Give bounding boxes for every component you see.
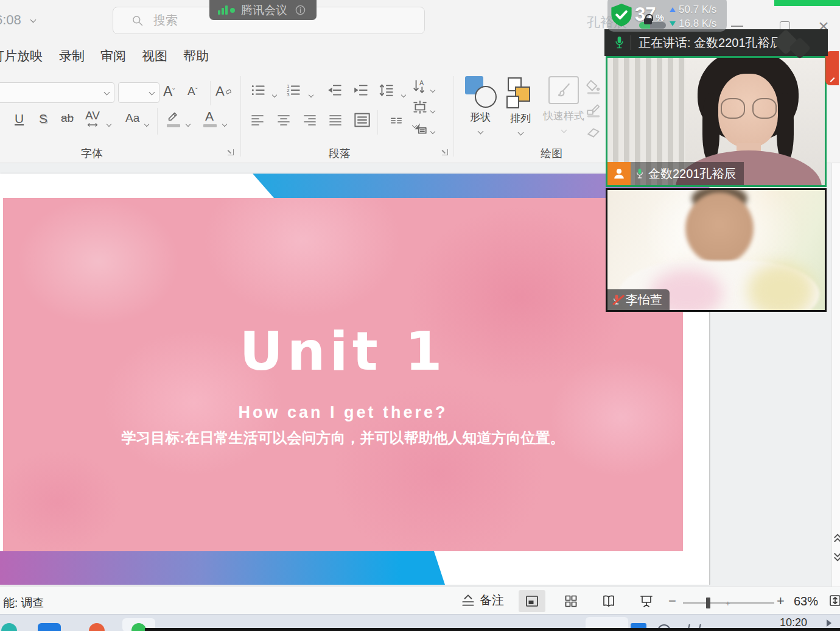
taskbar-clock[interactable]: 10:20 [780, 616, 807, 629]
video-tile-participant1[interactable]: 金数2201孔裕辰 [606, 56, 827, 187]
previous-slide-icon[interactable] [833, 531, 840, 545]
slide-subtitle[interactable]: How can I get there? [3, 403, 683, 422]
increase-indent-button[interactable] [352, 82, 370, 98]
bullets-button[interactable] [250, 82, 267, 98]
smartart-chevron[interactable] [431, 125, 435, 136]
align-left-button[interactable] [250, 113, 265, 127]
zoom-slider-thumb[interactable] [706, 598, 710, 608]
taskbar-app-blue[interactable] [38, 623, 61, 631]
tab-view[interactable]: 视图 [142, 48, 167, 65]
document-time-label[interactable]: 6:08 [0, 12, 35, 28]
decrease-indent-button[interactable] [326, 82, 344, 98]
change-case-button[interactable]: Aa [125, 111, 139, 125]
quick-styles-button[interactable]: 快速样式 [541, 76, 587, 148]
slide-sorter-button[interactable] [558, 590, 584, 612]
zoom-percent[interactable]: 63% [794, 594, 818, 608]
fit-window-icon [828, 593, 840, 608]
line-spacing-chevron[interactable] [402, 88, 405, 99]
fit-to-window-button[interactable] [828, 593, 840, 610]
eraser-button[interactable] [586, 125, 601, 141]
font-dialog-launcher[interactable] [228, 149, 234, 155]
font-name-combo[interactable] [0, 82, 114, 103]
zoom-out-button[interactable]: − [668, 593, 676, 609]
participant1-name: 金数2201孔裕辰 [648, 166, 737, 182]
reading-view-button[interactable] [595, 590, 622, 612]
highlighter-icon [166, 109, 180, 122]
highlight-button[interactable] [166, 109, 181, 125]
bullets-chevron[interactable] [273, 88, 276, 99]
slide-title[interactable]: Unit 1 [3, 320, 683, 382]
normal-view-icon [525, 594, 539, 608]
network-speed-indicator: 50.7 K/s 16.8 K/s [670, 2, 716, 30]
taskbar-expand-arrow[interactable] [827, 619, 831, 627]
distribute-button[interactable] [353, 111, 371, 129]
slide-canvas[interactable]: Unit 1 How can I get there? 学习目标:在日常生活可以… [0, 174, 710, 585]
vertical-scrollbar[interactable] [831, 163, 840, 587]
shape-fill-button[interactable] [586, 79, 601, 94]
speaking-text: 正在讲话: 金数2201孔裕辰; [639, 35, 785, 51]
next-slide-icon[interactable] [833, 551, 840, 564]
arrange-button[interactable]: 排列 [502, 76, 539, 148]
meeting-overlay[interactable]: 正在讲话: 金数2201孔裕辰; [604, 29, 829, 312]
line-spacing-icon [377, 82, 396, 98]
zoom-in-button[interactable]: + [777, 593, 785, 609]
font-color-chevron[interactable] [223, 118, 226, 129]
jacket-yellow-tint [747, 263, 814, 312]
meeting-side-tab[interactable] [825, 51, 839, 85]
slide-floral-image[interactable]: Unit 1 How can I get there? 学习目标:在日常生活可以… [3, 198, 683, 551]
font-color-button[interactable]: A [202, 109, 217, 125]
char-spacing-chevron[interactable] [107, 118, 111, 129]
columns-button[interactable] [388, 114, 404, 127]
align-center-button[interactable] [276, 113, 292, 127]
paragraph-dialog-launcher[interactable] [442, 149, 448, 155]
line-spacing-button[interactable] [377, 82, 396, 98]
font-size-combo[interactable] [118, 82, 159, 103]
shape-outline-button[interactable] [586, 102, 601, 118]
justify-button[interactable] [327, 113, 343, 127]
meeting-floating-pill[interactable]: 腾讯会议 [209, 0, 317, 20]
numbering-icon: 123 [285, 82, 302, 98]
align-right-button[interactable] [302, 113, 318, 127]
tab-slideshow[interactable]: 灯片放映 [0, 48, 43, 65]
numbering-chevron[interactable] [309, 88, 313, 99]
lock-toggle-icon [639, 22, 666, 29]
taskbar-app-teal[interactable] [1, 623, 17, 631]
shadow-button[interactable]: S [39, 111, 47, 126]
numbering-button[interactable]: 123 [285, 82, 302, 98]
fill-bucket-icon [586, 79, 601, 94]
char-spacing-button[interactable]: AV [85, 109, 100, 127]
text-direction-button[interactable]: A [411, 79, 427, 94]
clear-format-button[interactable]: A [215, 83, 233, 99]
person1-hair-side [702, 93, 719, 161]
normal-view-button[interactable] [519, 590, 545, 612]
highlight-chevron[interactable] [186, 118, 190, 129]
strikethrough-button[interactable]: ab [61, 111, 74, 125]
shapes-button[interactable]: 形状 [461, 76, 499, 148]
slide-objective[interactable]: 学习目标:在日常生活可以会问方向，并可以帮助他人知道方向位置。 [3, 428, 683, 448]
person2-head [685, 192, 754, 264]
distribute-icon [353, 111, 371, 129]
tab-help[interactable]: 帮助 [183, 48, 209, 65]
screen-share-green-bar [774, 0, 840, 6]
tab-review[interactable]: 审阅 [100, 48, 126, 65]
meeting-pill-label: 腾讯会议 [241, 2, 287, 18]
align-text-button[interactable] [411, 99, 429, 115]
tab-record[interactable]: 录制 [59, 48, 85, 65]
align-text-chevron[interactable] [431, 104, 435, 115]
change-case-chevron[interactable] [145, 118, 149, 129]
eraser-icon [586, 125, 601, 141]
shrink-font-button[interactable]: Aˇ [187, 85, 198, 98]
text-direction-chevron[interactable] [431, 83, 435, 94]
taskbar-app-orange[interactable] [89, 623, 105, 631]
screen: 6:08 腾讯会议 孔裕辰 37% 50.7 K/s 16.8 K/s × 灯片… [0, 0, 840, 631]
video-tile-participant2[interactable]: 李怡萱 [606, 188, 827, 312]
underline-button[interactable]: U [15, 111, 24, 126]
svg-text:A: A [419, 79, 424, 86]
notes-button[interactable]: 备注 [460, 592, 504, 608]
slideshow-button[interactable] [633, 590, 660, 612]
info-icon[interactable] [295, 4, 306, 16]
smartart-button[interactable] [411, 120, 429, 136]
grow-font-button[interactable]: Aˇ⁠ [163, 83, 175, 100]
drawing-group-label: 绘图 [541, 146, 562, 161]
slide-sorter-icon [564, 594, 578, 608]
